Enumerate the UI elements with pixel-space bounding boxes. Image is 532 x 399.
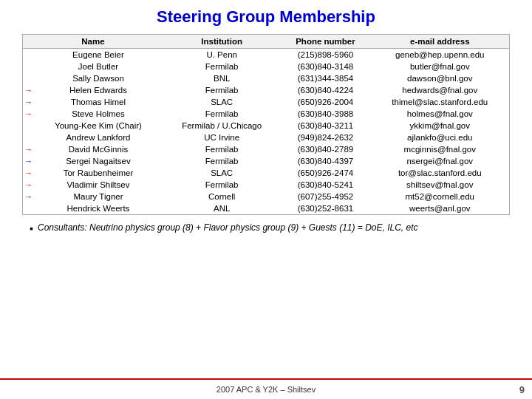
institution-cell: Fermilab (163, 108, 280, 120)
email-cell: dawson@bnl.gov (371, 72, 509, 84)
table-row: →Helen EdwardsFermilab(630)840-4224hedwa… (23, 84, 509, 96)
member-name: Andrew Lankford (66, 133, 130, 142)
arrow-icon: → (24, 98, 33, 106)
phone-cell: (215)898-5960 (280, 49, 370, 61)
institution-cell: Cornell (163, 191, 280, 202)
member-name: Eugene Beier (72, 50, 124, 59)
email-cell: ykkim@fnal.gov (371, 120, 509, 132)
email-cell: hedwards@fnal.gov (371, 84, 509, 96)
table-row: →Tor RaubenheimerSLAC(650)926-2474tor@sl… (23, 167, 509, 179)
page-number: 9 (502, 384, 532, 395)
member-name: Steve Holmes (72, 109, 125, 118)
name-cell: →Steve Holmes (23, 108, 163, 120)
institution-cell: BNL (163, 72, 280, 84)
institution-cell: Fermilab (163, 179, 280, 191)
arrow-icon: → (24, 168, 33, 177)
email-cell: weerts@anl.gov (371, 202, 509, 214)
col-header-name: Name (23, 35, 163, 49)
name-cell: Hendrick Weerts (23, 202, 163, 214)
arrow-icon: → (24, 145, 33, 154)
phone-cell: (630)840-3148 (280, 61, 370, 72)
member-name: Maury Tigner (73, 192, 123, 201)
phone-cell: (630)840-4397 (280, 155, 370, 167)
institution-cell: UC Irvine (163, 132, 280, 143)
phone-cell: (949)824-2632 (280, 132, 370, 143)
institution-cell: Fermilab (163, 143, 280, 155)
name-cell: Young-Kee Kim (Chair) (23, 120, 163, 132)
phone-cell: (650)926-2474 (280, 167, 370, 179)
email-cell: thimel@slac.stanford.edu (371, 96, 509, 108)
name-cell: →Maury Tigner (23, 191, 163, 202)
member-name: Sergei Nagaitsev (66, 157, 131, 166)
bullet-icon: ▪ (30, 222, 33, 235)
phone-cell: (630)840-3211 (280, 120, 370, 132)
phone-cell: (630)252-8631 (280, 202, 370, 214)
arrow-icon: → (24, 157, 33, 166)
col-header-phone: Phone number (280, 35, 370, 49)
table-row: →Sergei NagaitsevFermilab(630)840-4397ns… (23, 155, 509, 167)
institution-cell: Fermilab / U.Chicago (163, 120, 280, 132)
bottom-center-text: 2007 APC & Y2K – Shiltsev (30, 385, 502, 394)
member-name: Hendrick Weerts (67, 204, 130, 213)
phone-cell: (631)344-3854 (280, 72, 370, 84)
institution-cell: Fermilab (163, 61, 280, 72)
page-title: Steering Group Membership (22, 7, 510, 27)
membership-table: Name Institution Phone number e-mail add… (22, 34, 510, 215)
phone-cell: (630)840-2789 (280, 143, 370, 155)
member-name: Joel Butler (78, 62, 118, 71)
table-row: →Steve HolmesFermilab(630)840-3988holmes… (23, 108, 509, 120)
phone-cell: (630)840-3988 (280, 108, 370, 120)
col-header-email: e-mail address (371, 35, 509, 49)
table-row: →David McGinnisFermilab(630)840-2789mcgi… (23, 143, 509, 155)
email-cell: ajlankfo@uci.edu (371, 132, 509, 143)
name-cell: Joel Butler (23, 61, 163, 72)
table-row: Sally DawsonBNL(631)344-3854dawson@bnl.g… (23, 72, 509, 84)
phone-cell: (607)255-4952 (280, 191, 370, 202)
footer-note-text: Consultants: Neutrino physics group (8) … (38, 222, 418, 233)
bottom-bar: 2007 APC & Y2K – Shiltsev 9 (0, 378, 532, 399)
name-cell: →Vladimir Shiltsev (23, 179, 163, 191)
institution-cell: ANL (163, 202, 280, 214)
member-name: Young-Kee Kim (Chair) (55, 121, 142, 130)
table-header-row: Name Institution Phone number e-mail add… (23, 35, 509, 49)
footer-note: ▪ Consultants: Neutrino physics group (8… (22, 222, 510, 235)
phone-cell: (650)926-2004 (280, 96, 370, 108)
email-cell: holmes@fnal.gov (371, 108, 509, 120)
arrow-icon: → (24, 109, 33, 118)
member-name: Thomas Himel (71, 98, 126, 106)
member-name: David McGinnis (69, 145, 129, 154)
table-row: →Thomas HimelSLAC(650)926-2004thimel@sla… (23, 96, 509, 108)
institution-cell: Fermilab (163, 84, 280, 96)
table-row: →Vladimir ShiltsevFermilab(630)840-5241s… (23, 179, 509, 191)
institution-cell: U. Penn (163, 49, 280, 61)
col-header-institution: Institution (163, 35, 280, 49)
member-name: Helen Edwards (69, 86, 127, 95)
institution-cell: SLAC (163, 96, 280, 108)
email-cell: butler@fnal.gov (371, 61, 509, 72)
email-cell: geneb@hep.upenn.edu (371, 49, 509, 61)
name-cell: →Tor Raubenheimer (23, 167, 163, 179)
table-row: Young-Kee Kim (Chair)Fermilab / U.Chicag… (23, 120, 509, 132)
member-name: Tor Raubenheimer (64, 168, 134, 177)
email-cell: mt52@cornell.edu (371, 191, 509, 202)
institution-cell: SLAC (163, 167, 280, 179)
table-row: →Maury TignerCornell(607)255-4952mt52@co… (23, 191, 509, 202)
phone-cell: (630)840-4224 (280, 84, 370, 96)
member-name: Sally Dawson (72, 74, 124, 83)
name-cell: →Thomas Himel (23, 96, 163, 108)
member-name: Vladimir Shiltsev (66, 180, 129, 189)
table-row: Andrew LankfordUC Irvine(949)824-2632ajl… (23, 132, 509, 143)
name-cell: Andrew Lankford (23, 132, 163, 143)
email-cell: nsergei@fnal.gov (371, 155, 509, 167)
email-cell: mcginnis@fnal.gov (371, 143, 509, 155)
name-cell: Sally Dawson (23, 72, 163, 84)
name-cell: →Sergei Nagaitsev (23, 155, 163, 167)
table-row: Joel ButlerFermilab(630)840-3148butler@f… (23, 61, 509, 72)
institution-cell: Fermilab (163, 155, 280, 167)
email-cell: tor@slac.stanford.edu (371, 167, 509, 179)
table-row: Eugene BeierU. Penn(215)898-5960geneb@he… (23, 49, 509, 61)
name-cell: →Helen Edwards (23, 84, 163, 96)
table-row: Hendrick WeertsANL(630)252-8631weerts@an… (23, 202, 509, 214)
arrow-icon: → (24, 86, 33, 95)
name-cell: Eugene Beier (23, 49, 163, 61)
